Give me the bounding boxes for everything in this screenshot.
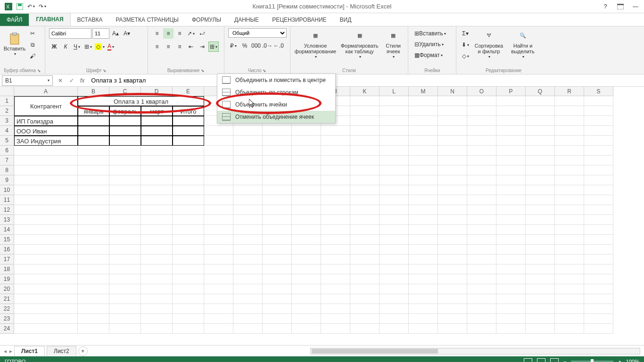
cell-S1[interactable] (584, 96, 613, 106)
cell-C23[interactable] (109, 314, 141, 324)
cell-C10[interactable] (109, 185, 141, 195)
cell-E8[interactable] (173, 165, 204, 175)
cell-S19[interactable] (584, 274, 613, 284)
cell-O3[interactable] (467, 116, 496, 126)
cell-P20[interactable] (496, 284, 526, 294)
cell-I14[interactable] (292, 225, 321, 235)
cell-D5[interactable] (141, 136, 173, 146)
cell-N5[interactable] (438, 136, 467, 146)
cell-K23[interactable] (350, 314, 380, 324)
cell-M2[interactable] (409, 106, 438, 116)
cell-R24[interactable] (555, 324, 584, 334)
tab-view[interactable]: ВИД (333, 14, 358, 26)
cell-S22[interactable] (584, 304, 613, 314)
cell-O11[interactable] (467, 195, 496, 205)
align-center-icon[interactable]: ≡ (163, 41, 173, 52)
cell-H16[interactable] (263, 245, 292, 255)
tab-review[interactable]: РЕЦЕНЗИРОВАНИЕ (265, 14, 333, 26)
cell-H15[interactable] (263, 235, 292, 245)
cell-G24[interactable] (233, 324, 263, 334)
italic-button[interactable]: К (60, 41, 71, 52)
percent-icon[interactable]: % (239, 41, 250, 51)
cell-N17[interactable] (438, 255, 467, 264)
cell-J17[interactable] (321, 255, 350, 264)
cell-M22[interactable] (409, 304, 438, 314)
cell-C14[interactable] (109, 225, 141, 235)
cell-K15[interactable] (350, 235, 380, 245)
cell-Q10[interactable] (526, 185, 555, 195)
cell-G16[interactable] (233, 245, 263, 255)
cell-Q20[interactable] (526, 284, 555, 294)
cell-E13[interactable] (173, 215, 204, 225)
cell-L2[interactable] (380, 106, 409, 116)
cell-O23[interactable] (467, 314, 496, 324)
cell-K17[interactable] (350, 255, 380, 264)
cell-I16[interactable] (292, 245, 321, 255)
cell-M20[interactable] (409, 284, 438, 294)
cell-D10[interactable] (141, 185, 173, 195)
cell-R1[interactable] (555, 96, 584, 106)
cell-C16[interactable] (109, 245, 141, 255)
cell-K6[interactable] (350, 146, 380, 156)
cell-I17[interactable] (292, 255, 321, 264)
cell-S12[interactable] (584, 205, 613, 215)
cell-F5[interactable] (204, 136, 233, 146)
sheet-tab-2[interactable]: Лист2 (47, 346, 76, 356)
cell-F18[interactable] (204, 264, 233, 274)
cell-A7[interactable] (14, 156, 78, 165)
cell-H8[interactable] (263, 165, 292, 175)
align-left-icon[interactable]: ≡ (152, 41, 162, 52)
number-format-combo[interactable]: Общий (228, 28, 287, 38)
cell-I18[interactable] (292, 264, 321, 274)
cell-N23[interactable] (438, 314, 467, 324)
cell-N2[interactable] (438, 106, 467, 116)
zoom-out-button[interactable]: − (563, 359, 566, 362)
cell-N9[interactable] (438, 175, 467, 185)
cell-P11[interactable] (496, 195, 526, 205)
cell-N7[interactable] (438, 156, 467, 165)
cell-G11[interactable] (233, 195, 263, 205)
increase-decimal-icon[interactable]: .0→ (262, 41, 272, 51)
cell-D4[interactable] (141, 126, 173, 136)
cell-B3[interactable] (78, 116, 109, 126)
cell-B13[interactable] (78, 215, 109, 225)
cell-S7[interactable] (584, 156, 613, 165)
cell-O15[interactable] (467, 235, 496, 245)
cell-M8[interactable] (409, 165, 438, 175)
cell-A10[interactable] (14, 185, 78, 195)
cell-I20[interactable] (292, 284, 321, 294)
cell-G10[interactable] (233, 185, 263, 195)
cell-O19[interactable] (467, 274, 496, 284)
cell-R22[interactable] (555, 304, 584, 314)
cell-H11[interactable] (263, 195, 292, 205)
cell-E11[interactable] (173, 195, 204, 205)
cell-Q19[interactable] (526, 274, 555, 284)
cell-O9[interactable] (467, 175, 496, 185)
cell-G9[interactable] (233, 175, 263, 185)
cell-Q24[interactable] (526, 324, 555, 334)
cell-E7[interactable] (173, 156, 204, 165)
font-color-button[interactable]: А▾ (106, 41, 116, 52)
cell-J8[interactable] (321, 165, 350, 175)
page-break-view-icon[interactable] (550, 358, 559, 362)
cell-C5[interactable] (109, 136, 141, 146)
col-header-A[interactable]: A (14, 87, 78, 96)
clear-icon[interactable]: ◇▾ (460, 51, 471, 61)
row-header-18[interactable]: 18 (0, 264, 14, 274)
cell-O18[interactable] (467, 264, 496, 274)
help-icon[interactable]: ? (601, 2, 610, 11)
cell-Q15[interactable] (526, 235, 555, 245)
cell-D3[interactable] (141, 116, 173, 126)
alignment-launcher[interactable]: ⬊ (201, 68, 205, 73)
number-launcher[interactable]: ⬊ (263, 68, 266, 73)
cell-H20[interactable] (263, 284, 292, 294)
cell-J15[interactable] (321, 235, 350, 245)
cell-N12[interactable] (438, 205, 467, 215)
cell-Q16[interactable] (526, 245, 555, 255)
cell-C11[interactable] (109, 195, 141, 205)
sort-filter-button[interactable]: ᗊСортировка и фильтр▾ (472, 28, 505, 60)
cell-P7[interactable] (496, 156, 526, 165)
cell-C18[interactable] (109, 264, 141, 274)
cell-G13[interactable] (233, 215, 263, 225)
zoom-level[interactable]: 100% (626, 359, 639, 362)
